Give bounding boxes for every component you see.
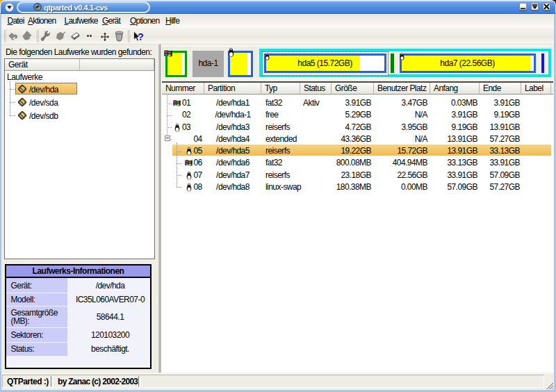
svg-text:?: ?: [138, 31, 144, 42]
